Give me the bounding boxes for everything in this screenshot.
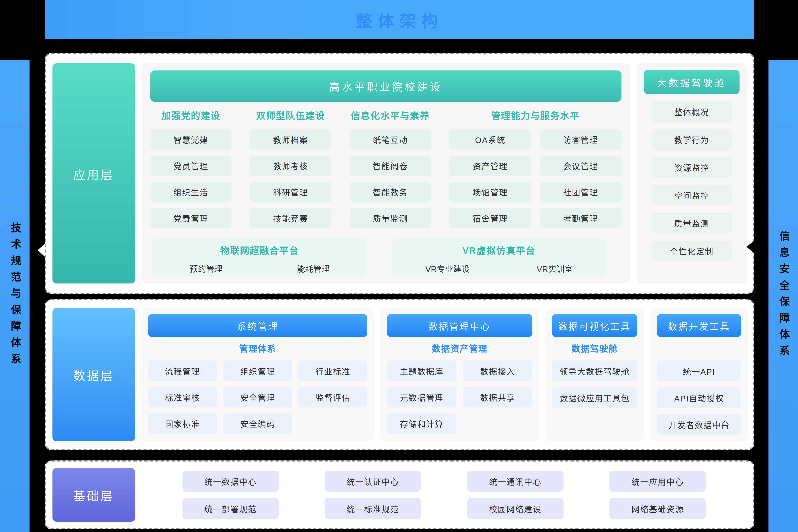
cockpit-chip: 个性化定制 [651,241,732,261]
right-pillar-label: 信息安全保障体系 [768,230,798,362]
group-title: 管理能力与服务水平 [449,109,621,124]
data-chip: 安全编码 [223,413,292,434]
right-pillar-info-security: 信息安全保障体系 [768,60,798,532]
page-title: 整体架构 [356,8,443,32]
app-chip: 质量监测 [350,208,431,228]
data-chip: 数据微应用工具包 [552,387,637,408]
app-chip: 党费管理 [150,208,231,228]
card-chip-list: 统一API API自动授权 开发者数据中台 [657,361,741,435]
app-chip: 访客管理 [540,130,621,150]
cockpit-chip: 教学行为 [651,130,732,150]
infrastructure-chip-grid: 统一数据中心 统一认证中心 统一通讯中心 统一应用中心 统一部署规范 统一标准规… [142,468,747,521]
group-chip-list: 智慧党建 党员管理 组织生活 党费管理 [150,130,231,228]
app-chip: 会议管理 [540,156,621,176]
left-pillar-label: 技术规范与保障体系 [0,222,30,370]
app-chip: 智能教务 [350,182,431,202]
data-layer-label: 数据层 [53,308,135,441]
card-subtitle [657,342,741,356]
platform-title: 物联网超融合平台 [152,243,367,257]
data-visualization-tools-card: 数据可视化工具 数据驾驶舱 领导大数据驾驶舱 数据微应用工具包 [545,308,644,441]
cockpit-chip: 质量监测 [651,213,732,233]
data-development-tools-card: 数据开发工具 统一API API自动授权 开发者数据中台 [650,308,748,441]
app-chip: 智能阅卷 [350,156,431,176]
card-chip-list: 主题数据库 数据接入 元数据管理 数据共享 存储和计算 [387,361,532,434]
application-content-card: 高水平职业院校建设 加强党的建设 智慧党建 党员管理 组织生活 党费管理 双师型… [142,63,630,284]
page-header: 整体架构 [45,0,754,39]
flow-arrow-right-icon [747,240,754,253]
card-chip-list: 流程管理 组织管理 行业标准 标准审核 安全管理 监督评估 国家标准 安全编码 [148,361,367,434]
cockpit-banner: 大数据驾驶舱 [644,70,740,94]
infra-chip: 统一数据中心 [182,471,279,492]
group-chip-list: 纸笔互动 智能阅卷 智能教务 质量监测 [350,130,431,228]
group-party-building: 加强党的建设 智慧党建 党员管理 组织生活 党费管理 [150,109,231,228]
cockpit-chip: 整体概况 [651,101,732,122]
infra-chip: 校园网络建设 [467,498,563,519]
card-banner: 数据管理中心 [387,314,532,337]
iot-platform-box: 物联网超融合平台 预约管理 能耗管理 [152,238,367,277]
left-pillar-tech-spec: 技术规范与保障体系 [0,60,30,532]
app-chip: 社团管理 [540,182,621,202]
app-chip: 场馆管理 [449,182,531,202]
app-chip: 宿舍管理 [449,208,531,228]
data-chip: 统一API [657,361,741,381]
data-layer-panel: 数据层 系统管理 管理体系 流程管理 组织管理 行业标准 标准审核 安全管理 监… [45,299,754,450]
group-title: 加强党的建设 [150,109,231,124]
group-chip-list: OA系统 访客管理 资产管理 会议管理 场馆管理 社团管理 宿舍管理 考勤管理 [449,130,621,228]
infrastructure-layer-label-text: 基础层 [73,486,114,504]
infra-chip: 统一标准规范 [325,498,421,519]
platform-items: 预约管理 能耗管理 [152,263,367,274]
app-chip: 组织生活 [150,182,231,202]
app-chip: 教师考核 [250,156,331,176]
data-chip: 存储和计算 [387,413,457,434]
infra-chip: 统一通讯中心 [467,471,563,492]
data-layer-label-text: 数据层 [73,366,114,383]
data-chip: 开发者数据中台 [657,414,741,435]
cockpit-chip: 资源监控 [651,157,732,177]
card-banner: 数据可视化工具 [552,314,637,337]
application-groups: 加强党的建设 智慧党建 党员管理 组织生活 党费管理 双师型队伍建设 教师档案 … [150,109,621,228]
architecture-diagram: 整体架构 技术规范与保障体系 信息安全保障体系 应用层 高水平职业院校建设 加强… [0,0,798,532]
group-management-service: 管理能力与服务水平 OA系统 访客管理 资产管理 会议管理 场馆管理 社团管理 … [449,109,621,228]
app-chip: 智慧党建 [150,130,231,150]
card-subtitle: 数据驾驶舱 [552,342,637,356]
platform-item: VR实训室 [537,263,573,274]
card-banner: 系统管理 [148,314,367,337]
cockpit-chip-list: 整体概况 教学行为 资源监控 空间监控 质量监测 个性化定制 [644,101,740,261]
data-chip: 数据接入 [463,361,532,381]
big-data-cockpit-card: 大数据驾驶舱 整体概况 教学行为 资源监控 空间监控 质量监测 个性化定制 [637,63,747,284]
infra-chip: 统一部署规范 [182,498,279,519]
flow-arrow-left-icon [38,244,45,257]
cockpit-chip: 空间监控 [651,185,732,205]
group-teacher-team: 双师型队伍建设 教师档案 教师考核 科研管理 技能竞赛 [250,109,331,228]
platform-item: 能耗管理 [297,263,330,274]
infra-chip: 统一应用中心 [610,471,706,492]
application-layer-label: 应用层 [53,63,135,284]
data-chip: API自动授权 [657,387,741,408]
application-layer-label-text: 应用层 [73,165,114,182]
data-chip: 安全管理 [223,387,292,407]
app-chip: OA系统 [449,130,531,150]
group-title: 信息化水平与素养 [350,109,431,124]
app-chip: 党员管理 [150,156,231,176]
system-management-card: 系统管理 管理体系 流程管理 组织管理 行业标准 标准审核 安全管理 监督评估 … [142,308,374,441]
data-chip: 组织管理 [223,361,292,381]
platform-items: VR专业建设 VR实训室 [392,263,606,274]
data-management-center-card: 数据管理中心 数据资产管理 主题数据库 数据接入 元数据管理 数据共享 存储和计… [381,308,539,441]
data-chip: 数据共享 [463,387,532,407]
infra-chip: 统一认证中心 [325,471,421,492]
data-chip: 行业标准 [299,361,367,381]
data-chip: 监督评估 [299,387,367,407]
infra-chip: 网络基础资源 [610,498,706,519]
application-layer-panel: 应用层 高水平职业院校建设 加强党的建设 智慧党建 党员管理 组织生活 党费管理… [45,53,754,294]
platform-item: VR专业建设 [425,263,470,274]
card-chip-list: 领导大数据驾驶舱 数据微应用工具包 [552,361,637,408]
app-chip: 教师档案 [250,130,331,150]
app-chip: 考勤管理 [540,208,621,228]
platform-item: 预约管理 [190,263,222,274]
group-title: 双师型队伍建设 [250,109,331,124]
card-subtitle: 数据资产管理 [387,342,532,356]
data-chip: 元数据管理 [387,387,457,407]
data-chip: 主题数据库 [387,361,457,381]
data-chip: 领导大数据驾驶舱 [552,361,637,381]
app-main-banner: 高水平职业院校建设 [150,71,621,101]
